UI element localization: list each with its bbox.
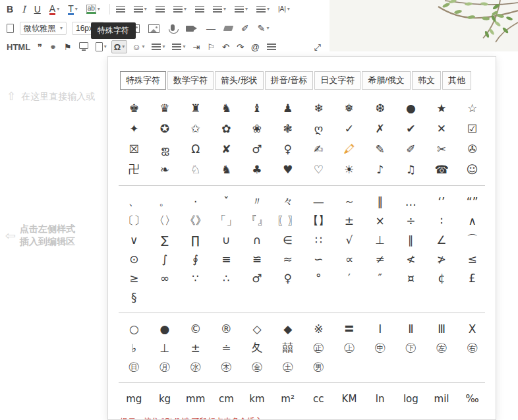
italic-button[interactable]: I (19, 3, 28, 16)
char-cell[interactable]: ● (150, 319, 181, 338)
char-cell[interactable]: √ (334, 230, 365, 249)
char-cell[interactable]: ¢ (426, 268, 457, 287)
char-cell[interactable]: § (119, 287, 150, 307)
char-cell[interactable]: Ⅲ (426, 319, 457, 338)
char-cell[interactable]: kg (150, 389, 181, 408)
char-cell[interactable]: 【】 (303, 211, 334, 230)
char-cell[interactable]: ✘ (211, 138, 242, 159)
undo-button[interactable]: ↶ (219, 40, 232, 53)
char-cell[interactable]: ✎ (364, 138, 395, 159)
format-painter-button[interactable]: ✐ (239, 22, 252, 35)
char-cell[interactable]: ∫ (150, 249, 181, 268)
char-cell[interactable]: 「」 (211, 211, 242, 230)
char-cell[interactable]: ≌ (242, 249, 273, 268)
char-cell[interactable]: ′ (334, 268, 365, 287)
char-cell[interactable]: Ω (180, 138, 211, 159)
char-cell[interactable]: ♀ (272, 268, 303, 287)
paste-button[interactable]: ▾ (93, 40, 109, 53)
char-cell[interactable]: ✩ (180, 118, 211, 138)
highlight-color-button[interactable]: ab▾ (84, 3, 103, 16)
char-cell[interactable]: ♞ (211, 98, 242, 118)
eraser-button[interactable] (221, 22, 235, 35)
char-cell[interactable]: ♜ (180, 98, 211, 118)
char-cell[interactable]: “” (457, 192, 488, 211)
char-cell[interactable]: 。 (150, 192, 181, 211)
char-cell[interactable]: ㊧ (426, 338, 457, 357)
char-cell[interactable]: ÷ (395, 211, 426, 230)
char-cell[interactable]: 『』 (242, 211, 273, 230)
char-cell[interactable]: 《》 (180, 211, 211, 230)
line-height-button[interactable]: ▾ (210, 3, 229, 16)
char-cell[interactable]: ㊤ (334, 338, 365, 357)
char-cell[interactable]: ⌒ (457, 230, 488, 249)
char-cell[interactable]: £ (457, 268, 488, 287)
char-cell[interactable]: ● (395, 98, 426, 118)
char-cell[interactable]: ∴ (211, 268, 242, 287)
char-cell[interactable]: cc (303, 389, 334, 408)
char-cell[interactable]: ㊌ (180, 357, 211, 376)
char-cell[interactable]: ♞ (211, 159, 242, 179)
char-cell[interactable]: ✔ (395, 118, 426, 138)
char-cell[interactable]: ♀ (272, 138, 303, 159)
char-cell[interactable]: 〓 (334, 319, 365, 338)
char-cell[interactable]: ※ (303, 319, 334, 338)
char-cell[interactable]: 夂 (242, 338, 273, 357)
char-cell[interactable]: ln (364, 389, 395, 408)
char-cell[interactable]: 〖〗 (272, 211, 303, 230)
char-cell[interactable]: ≈ (272, 249, 303, 268)
char-cell[interactable]: ☒ (119, 138, 150, 159)
char-cell[interactable]: ㊨ (457, 338, 488, 357)
char-cell[interactable]: ∮ (180, 249, 211, 268)
char-cell[interactable]: ¤ (395, 268, 426, 287)
new-document-button[interactable] (4, 22, 16, 35)
char-cell[interactable]: ⊥ (150, 338, 181, 357)
char-cell[interactable]: 卍 (119, 159, 150, 179)
char-cell[interactable]: ✿ (211, 118, 242, 138)
char-cell[interactable]: ∠ (426, 230, 457, 249)
align-left-button[interactable] (113, 3, 128, 16)
char-cell[interactable]: Ⅹ (457, 319, 488, 338)
ordered-list-button[interactable]: ▾ (149, 40, 167, 53)
char-cell[interactable]: ♂ (242, 138, 273, 159)
special-char-button[interactable]: Ω▾ (111, 40, 127, 53)
char-cell[interactable]: ≮ (395, 249, 426, 268)
char-cell[interactable]: ✓ (334, 118, 365, 138)
font-family-select[interactable]: 微软雅黑▾ (20, 22, 67, 35)
char-cell[interactable]: ® (211, 319, 242, 338)
char-cell[interactable]: ㊊ (150, 357, 181, 376)
insert-video-button[interactable] (183, 22, 200, 35)
char-cell[interactable]: ∪ (211, 230, 242, 249)
underline-button[interactable]: U (32, 3, 43, 16)
tab-arrows-shapes[interactable]: 箭头/形状 (215, 71, 264, 90)
char-cell[interactable]: ∥ (395, 230, 426, 249)
char-cell[interactable]: ∨ (119, 230, 150, 249)
char-cell[interactable]: ✍ (303, 138, 334, 159)
char-cell[interactable]: ≯ (426, 249, 457, 268)
char-cell[interactable]: ❆ (364, 98, 395, 118)
char-cell[interactable]: ㊦ (395, 338, 426, 357)
char-cell[interactable]: ∞ (150, 268, 181, 287)
tab-math-chars[interactable]: 数学字符 (167, 71, 214, 90)
char-cell[interactable]: ≠ (364, 249, 395, 268)
char-cell[interactable]: 囍 (272, 338, 303, 357)
char-cell[interactable]: ஐ (150, 138, 181, 159)
char-cell[interactable]: ♥ (272, 159, 303, 179)
char-cell[interactable]: © (180, 319, 211, 338)
paragraph-flag-button[interactable]: ⚐ (204, 40, 217, 53)
char-cell[interactable]: ～ (334, 192, 365, 211)
fullscreen-button[interactable]: ⤢ (312, 40, 324, 53)
char-cell[interactable]: ✗ (364, 118, 395, 138)
char-cell[interactable]: ⊥ (364, 230, 395, 249)
char-cell[interactable]: ≤ (457, 249, 488, 268)
char-cell[interactable]: 々 (272, 192, 303, 211)
char-cell[interactable]: ° (303, 268, 334, 287)
font-color-button[interactable]: A▾ (47, 2, 62, 17)
char-cell[interactable]: ∈ (272, 230, 303, 249)
char-cell[interactable]: ㊐ (119, 357, 150, 376)
char-cell[interactable]: 〈〉 (150, 211, 181, 230)
tab-korean[interactable]: 韩文 (412, 71, 441, 90)
char-cell[interactable]: ㊚ (303, 357, 334, 376)
char-cell[interactable]: ⊙ (119, 249, 150, 268)
char-cell[interactable]: Ⅱ (395, 319, 426, 338)
char-cell[interactable]: ㊣ (303, 338, 334, 357)
